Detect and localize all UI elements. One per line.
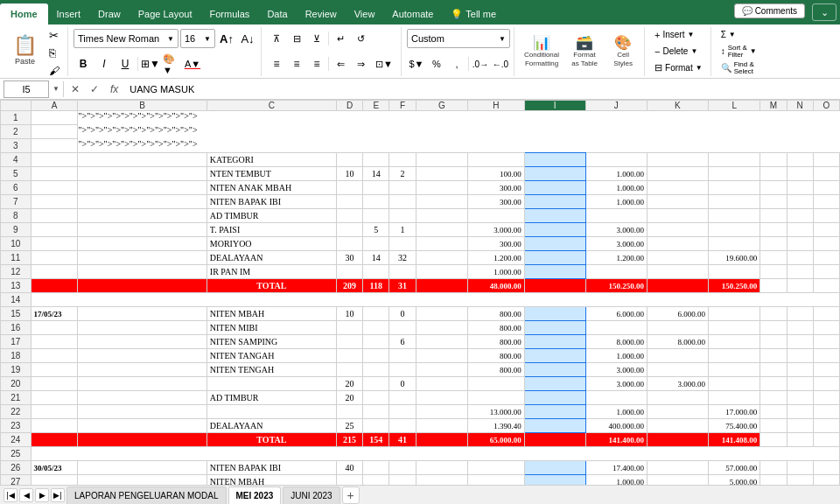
currency-button[interactable]: $▼ [407,54,426,74]
name-box-expand[interactable]: ▼ [52,85,60,93]
font-color-button[interactable]: A▼ [183,54,202,74]
cell-styles-button[interactable]: 🎨 CellStyles [606,29,640,74]
table-row: 25 [1,447,840,461]
table-row: 20 20 0 3.000.00 3.000.00 [1,377,840,391]
increase-indent-button[interactable]: ⇒ [351,54,370,74]
confirm-formula-button[interactable]: ✓ [87,81,102,97]
delete-button[interactable]: − Delete▼ [650,44,707,60]
sheet-nav-first[interactable]: |◀ [4,488,18,502]
ribbon-tab-tell-me[interactable]: 💡 Tell me [442,4,505,24]
table-row: 5 NTEN TEMBUT 10 14 2 100.00 1.000.00 [1,167,840,181]
table-row: 24 TOTAL 215 154 41 65.000.00 141.400.00… [1,433,840,447]
sheet-nav-prev[interactable]: ◀ [19,488,33,502]
sheet-tab-juni[interactable]: JUNI 2023 [283,486,340,504]
table-row: 17 NITEN SAMPING 6 800.00 8.000.00 8.000… [1,335,840,349]
format-as-table-button[interactable]: 🗃️ Formatas Table [565,29,604,74]
format-painter-button[interactable]: 🖌 [45,62,64,80]
col-header-a[interactable]: A [31,101,78,111]
table-row: 10 MORIYOO 300.00 3.000.00 [1,237,840,251]
merge-button[interactable]: ⊡▼ [371,54,397,74]
number-format-selector[interactable]: Custom▼ [407,29,510,48]
align-top-button[interactable]: ⊼ [267,29,286,48]
decrease-decimal-button[interactable]: ←.0 [491,54,510,74]
rotate-button[interactable]: ↺ [351,29,370,48]
col-header-l[interactable]: L [709,101,760,111]
font-size-selector[interactable]: 16▼ [180,29,215,48]
percent-button[interactable]: % [427,54,446,74]
col-header-b[interactable]: B [78,101,206,111]
table-row: 11 DEALAYAAN 30 14 32 1.200.00 1.200.00 … [1,251,840,265]
table-row: 19 NITEN TENGAH 800.00 3.000.00 [1,363,840,377]
border-button[interactable]: ⊞▼ [141,54,160,74]
decrease-font-button[interactable]: A↓ [238,29,257,48]
sheet-tab-laporan[interactable]: LAPORAN PENGELUARAN MODAL [66,486,227,504]
comments-button[interactable]: 💬Comments [734,4,805,18]
clipboard-group: 📋 Paste ✂ ⎘ 🖌 [4,27,68,76]
sum-button[interactable]: Σ▼ [717,27,761,43]
table-row: 18 NITEN TANGAH 800.00 1.000.00 [1,349,840,363]
ribbon-tab-home[interactable]: Home [0,4,48,24]
format-button[interactable]: ⊟ Format▼ [650,60,707,76]
comma-button[interactable]: , [447,54,466,74]
cut-button[interactable]: ✂ [45,27,64,45]
align-middle-button[interactable]: ⊟ [287,29,306,48]
table-row: 15 17/05/23 NITEN MBAH 10 0 800.00 6.000… [1,307,840,321]
cell-reference-box[interactable]: I5 [4,80,49,98]
table-row: 27 NITEN MBAH 1.000.00 5.000.00 [1,475,840,486]
table-row: 4 KATEGORI [1,153,840,167]
sheet-tab-mei[interactable]: MEI 2023 [228,486,282,504]
col-header-g[interactable]: G [416,101,467,111]
ribbon-tab-review[interactable]: Review [297,4,346,24]
ribbon-tab-insert[interactable]: Insert [48,4,90,24]
col-header-k[interactable]: K [647,101,708,111]
copy-button[interactable]: ⎘ [45,45,64,62]
table-row: 13 TOTAL 209 118 31 48.000.00 150.250.00… [1,279,840,293]
table-row: 8 AD TIMBUR [1,209,840,223]
bold-button[interactable]: B [74,54,93,74]
ribbon-tab-page-layout[interactable]: Page Layout [130,4,201,24]
font-name-selector[interactable]: Times New Roman▼ [74,29,178,48]
cells-group: + Insert▼ − Delete▼ ⊟ Format▼ [647,27,711,76]
number-group: Custom▼ $▼ % , .0→ ←.0 [403,27,514,76]
expand-button[interactable]: ⌄ [812,4,836,21]
conditional-formatting-button[interactable]: 📊 ConditionalFormatting [520,29,564,74]
sort-filter-button[interactable]: ↕Sort &Filter▼ [717,44,761,60]
col-header-e[interactable]: E [363,101,389,111]
underline-button[interactable]: U [116,54,135,74]
align-right-button[interactable]: ≡ [307,54,326,74]
align-bottom-button[interactable]: ⊻ [307,29,326,48]
decrease-indent-button[interactable]: ⇐ [331,54,350,74]
insert-button[interactable]: + Insert▼ [650,27,707,43]
fill-color-button[interactable]: 🎨▼ [162,54,181,74]
sheet-nav-last[interactable]: ▶| [51,488,65,502]
col-header-o[interactable]: O [813,101,839,111]
italic-button[interactable]: I [94,54,114,74]
col-header-j[interactable]: J [585,101,647,111]
col-header-n[interactable]: N [787,101,813,111]
ribbon-tab-draw[interactable]: Draw [89,4,130,24]
align-left-button[interactable]: ≡ [267,54,286,74]
ribbon-tab-formulas[interactable]: Formulas [201,4,259,24]
col-header-d[interactable]: D [337,101,363,111]
col-header-f[interactable]: F [389,101,416,111]
formula-bar: I5 ▼ ✕ ✓ fx UANG MASUK [0,79,840,100]
align-center-button[interactable]: ≡ [287,54,306,74]
increase-decimal-button[interactable]: .0→ [471,54,490,74]
add-sheet-button[interactable]: + [342,486,360,504]
ribbon-tab-automate[interactable]: Automate [383,4,442,24]
insert-function-button[interactable]: fx [106,82,122,96]
ribbon-tab-data[interactable]: Data [258,4,296,24]
col-header-i[interactable]: I [524,101,585,111]
wrap-text-button[interactable]: ↵ [331,29,350,48]
sheet-nav-next[interactable]: ▶ [35,488,49,502]
increase-font-button[interactable]: A↑ [217,29,236,48]
styles-group: 📊 ConditionalFormatting 🗃️ Formatas Tabl… [516,27,645,76]
col-header-c[interactable]: C [206,101,336,111]
col-header-h[interactable]: H [467,101,524,111]
col-header-m[interactable]: M [760,101,787,111]
find-select-button[interactable]: 🔍Find &Select [717,60,761,76]
paste-button[interactable]: 📋 Paste [7,27,43,73]
ribbon-tab-view[interactable]: View [346,4,384,24]
table-row: 6 NITEN ANAK MBAH 300.00 1.000.00 [1,181,840,195]
cancel-formula-button[interactable]: ✕ [67,81,83,97]
